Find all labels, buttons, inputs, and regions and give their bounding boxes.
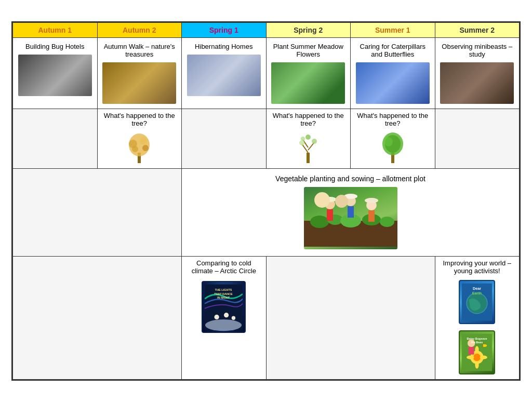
svg-point-34 <box>205 319 242 331</box>
cell-spring1-topic: Hibernating Homes <box>182 38 267 109</box>
betsy-svg: Betsy Bugsave the Bees <box>462 332 492 373</box>
header-autumn2: Autumn 2 <box>97 23 182 38</box>
svg-text:Earth: Earth <box>472 291 482 296</box>
veg-label: Vegetable planting and sowing – allotmen… <box>185 175 516 183</box>
header-summer2: Summer 2 <box>435 23 520 38</box>
bottom-empty-mid <box>266 257 435 380</box>
cell-summer2-bottom: Improving your world – young activists! <box>435 257 520 380</box>
cell-autumn1-tree-empty <box>13 109 98 169</box>
arctic-book-image: THE LIGHTS THAT DANCE IN NIGHT <box>202 281 246 333</box>
svg-rect-55 <box>482 345 483 347</box>
spring2-tree-label: What's happened to the tree? <box>270 112 348 127</box>
autumn2-title: Autumn Walk – nature's treasures <box>101 41 179 60</box>
svg-point-11 <box>312 139 317 144</box>
svg-point-32 <box>365 198 378 203</box>
arctic-label: Comparing to cold climate – Arctic Circl… <box>185 259 263 275</box>
arctic-book-svg: THE LIGHTS THAT DANCE IN NIGHT <box>205 283 243 331</box>
cell-spring1-bottom: Comparing to cold climate – Arctic Circl… <box>182 257 267 380</box>
spring-tree-icon <box>292 129 324 166</box>
svg-text:Dear: Dear <box>473 286 481 291</box>
svg-point-5 <box>132 146 138 152</box>
svg-point-53 <box>480 355 488 359</box>
cell-summer2-topic: Observing minibeasts – study <box>435 38 520 109</box>
spring2-title: Plant Summer Meadow Flowers <box>270 41 348 60</box>
topics-row: Building Bug Hotels Autumn Walk – nature… <box>13 38 520 109</box>
betsy-book: Betsy Bugsave the Bees <box>459 330 495 374</box>
svg-point-51 <box>475 361 479 369</box>
veg-photo <box>304 187 397 249</box>
svg-text:THAT DANCE: THAT DANCE <box>215 292 233 296</box>
svg-point-50 <box>475 346 479 354</box>
svg-point-23 <box>380 217 394 227</box>
curriculum-grid: Autumn 1 Autumn 2 Spring 1 Spring 2 Summ… <box>11 21 521 381</box>
svg-rect-25 <box>327 209 333 221</box>
summer2-image <box>440 62 514 104</box>
cell-summer2-tree-empty <box>435 109 520 169</box>
tree-row: What's happened to the tree? <box>13 109 520 169</box>
svg-point-52 <box>467 355 474 359</box>
summer1-title: Caring for Caterpillars and Butterflies <box>354 41 432 60</box>
svg-point-12 <box>301 137 305 141</box>
cell-spring2-topic: Plant Summer Meadow Flowers <box>266 38 351 109</box>
spring2-image <box>271 62 345 104</box>
bottom-empty-left <box>13 257 182 380</box>
svg-point-4 <box>142 145 149 151</box>
svg-point-37 <box>232 316 235 320</box>
veg-photo-svg <box>304 190 397 247</box>
svg-point-10 <box>299 140 304 145</box>
cell-autumn2-tree: What's happened to the tree? <box>97 109 182 169</box>
svg-point-17 <box>384 137 393 146</box>
spring1-image <box>187 55 261 96</box>
autumn2-tree-label: What's happened to the tree? <box>101 112 179 127</box>
summer2-title: Observing minibeasts – study <box>438 41 516 60</box>
svg-rect-27 <box>348 206 354 218</box>
svg-point-36 <box>224 313 229 317</box>
autumn-tree-icon <box>124 129 155 166</box>
summer-tree-icon <box>377 129 408 166</box>
svg-point-3 <box>140 137 147 144</box>
dear-earth-svg: Dear Earth <box>462 282 492 323</box>
spring1-title: Hibernating Homes <box>185 41 263 52</box>
veg-row: Vegetable planting and sowing – allotmen… <box>13 169 520 257</box>
header-summer1: Summer 1 <box>351 23 435 38</box>
svg-text:Betsy Bugsave: Betsy Bugsave <box>467 337 487 340</box>
dear-earth-book: Dear Earth <box>459 280 495 324</box>
svg-text:THE LIGHTS: THE LIGHTS <box>215 289 232 292</box>
svg-rect-29 <box>368 210 375 222</box>
svg-rect-6 <box>307 153 310 163</box>
bottom-row: Comparing to cold climate – Arctic Circl… <box>13 257 520 380</box>
summer1-tree-label: What's happened to the tree? <box>354 112 432 127</box>
cell-spring1-tree-empty <box>182 109 267 169</box>
svg-point-44 <box>467 293 487 314</box>
veg-row-content: Vegetable planting and sowing – allotmen… <box>182 169 520 257</box>
autumn2-image <box>102 62 176 104</box>
header-spring1: Spring 1 <box>182 23 267 38</box>
svg-point-13 <box>305 135 311 140</box>
veg-row-empty-left <box>13 169 182 257</box>
cell-spring2-tree: What's happened to the tree? <box>266 109 351 169</box>
autumn1-title: Building Bug Hotels <box>16 41 94 52</box>
svg-point-49 <box>473 354 481 361</box>
activists-label: Improving your world – young activists! <box>438 259 516 275</box>
cell-summer1-tree: What's happened to the tree? <box>351 109 435 169</box>
svg-text:the Bees: the Bees <box>471 341 483 344</box>
header-spring2: Spring 2 <box>266 23 351 38</box>
summer1-image <box>356 62 430 104</box>
svg-point-19 <box>310 216 329 228</box>
svg-point-31 <box>344 194 357 199</box>
header-autumn1: Autumn 1 <box>13 23 98 38</box>
autumn1-image <box>18 55 92 96</box>
cell-autumn2-topic: Autumn Walk – nature's treasures <box>97 38 182 109</box>
svg-point-30 <box>323 197 337 202</box>
svg-rect-57 <box>469 347 474 355</box>
svg-point-35 <box>215 315 219 319</box>
cell-summer1-topic: Caring for Caterpillars and Butterflies <box>351 38 435 109</box>
cell-autumn1-topic: Building Bug Hotels <box>13 38 98 109</box>
svg-text:IN NIGHT: IN NIGHT <box>217 296 230 299</box>
